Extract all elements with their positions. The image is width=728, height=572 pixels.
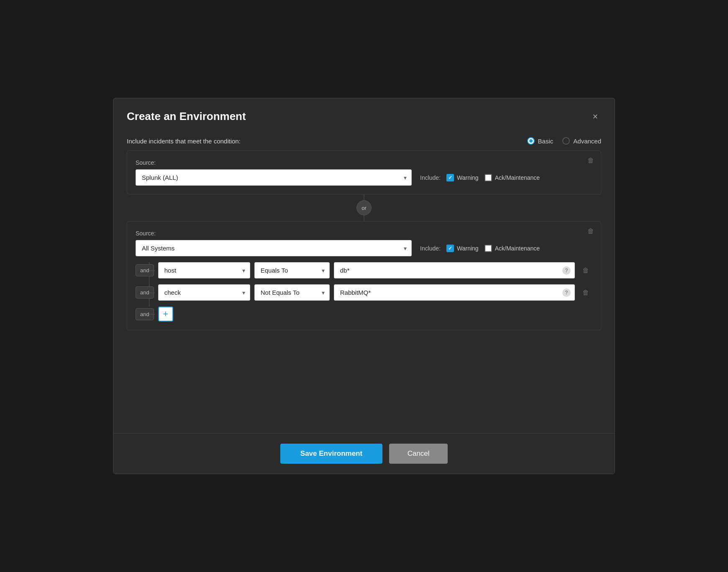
- trash-icon-1: 🗑: [587, 157, 594, 164]
- field-select-1[interactable]: host check service tag: [158, 262, 250, 278]
- radio-basic[interactable]: Basic: [527, 137, 554, 145]
- operator-select-2[interactable]: Equals To Not Equals To Contains Does No…: [254, 284, 330, 301]
- or-badge: or: [356, 200, 372, 215]
- operator-select-wrap-2: Equals To Not Equals To Contains Does No…: [254, 284, 330, 301]
- plus-icon: +: [163, 309, 168, 319]
- ack-checkbox-1[interactable]: Ack/Maintenance: [484, 174, 540, 181]
- ack-checkbox-2[interactable]: Ack/Maintenance: [484, 245, 540, 252]
- condition-label: Include incidents that meet the conditio…: [127, 138, 241, 145]
- mode-radio-group: Basic Advanced: [527, 137, 601, 145]
- condition-header-row: Include incidents that meet the conditio…: [127, 131, 601, 151]
- operator-select-wrapper-1: Equals To Not Equals To Contains Does No…: [254, 262, 330, 278]
- source-label-2: Source:: [136, 230, 592, 237]
- warning-label-1: Warning: [457, 174, 479, 181]
- ack-checkbox-box-2: [484, 245, 492, 252]
- radio-basic-circle: [527, 137, 535, 145]
- source-select-2[interactable]: All Systems Splunk (ALL) Custom: [136, 240, 412, 256]
- field-select-2[interactable]: host check service tag: [158, 284, 250, 301]
- filter-help-icon-1: ?: [562, 266, 571, 275]
- save-environment-button[interactable]: Save Environment: [280, 444, 382, 464]
- ack-label-2: Ack/Maintenance: [495, 245, 540, 252]
- filter-value-wrap-2: ?: [334, 284, 575, 301]
- filter-value-wrap-1: ?: [334, 262, 575, 278]
- radio-basic-label: Basic: [538, 138, 554, 145]
- warning-checkbox-2[interactable]: Warning: [446, 245, 479, 252]
- delete-block-2-button[interactable]: 🗑: [587, 227, 594, 235]
- delete-filter-2-button[interactable]: 🗑: [579, 287, 592, 298]
- field-select-wrap-2: host check service tag: [158, 284, 250, 301]
- source-select-wrapper-1: Splunk (ALL) All Systems Custom: [136, 169, 412, 186]
- modal-body: Include incidents that meet the conditio…: [113, 131, 615, 433]
- condition-block-2: 🗑 Source: All Systems Splunk (ALL) Custo…: [127, 221, 601, 330]
- operator-select-wrapper-2: Equals To Not Equals To Contains Does No…: [254, 284, 330, 301]
- warning-checkbox-1[interactable]: Warning: [446, 174, 479, 181]
- add-filter-button[interactable]: +: [158, 306, 173, 322]
- radio-advanced[interactable]: Advanced: [562, 137, 601, 145]
- trash-icon-2: 🗑: [587, 227, 594, 235]
- modal-title: Create an Environment: [127, 110, 246, 123]
- ack-checkbox-box-1: [484, 174, 492, 181]
- field-select-wrapper-1: host check service tag: [158, 262, 250, 278]
- filter-help-icon-2: ?: [562, 289, 571, 297]
- modal-header: Create an Environment ×: [113, 98, 615, 131]
- field-select-wrapper-2: host check service tag: [158, 284, 250, 301]
- condition-block-1: 🗑 Source: Splunk (ALL) All Systems Custo…: [127, 151, 601, 194]
- source-select-wrap-2: All Systems Splunk (ALL) Custom: [136, 240, 412, 256]
- include-section-2: Include: Warning Ack/Maintenance: [420, 245, 540, 252]
- include-label-2: Include:: [420, 245, 441, 252]
- include-section-1: Include: Warning Ack/Maintenance: [420, 174, 540, 181]
- source-row-1: Splunk (ALL) All Systems Custom Include:…: [136, 169, 592, 186]
- source-label-1: Source:: [136, 159, 592, 166]
- filter-value-input-1[interactable]: [334, 262, 575, 278]
- source-select-wrapper-2: All Systems Splunk (ALL) Custom: [136, 240, 412, 256]
- source-select-1[interactable]: Splunk (ALL) All Systems Custom: [136, 169, 412, 186]
- source-select-wrap-1: Splunk (ALL) All Systems Custom: [136, 169, 412, 186]
- operator-select-1[interactable]: Equals To Not Equals To Contains Does No…: [254, 262, 330, 278]
- filter-row-2: and host check service tag: [136, 284, 592, 301]
- modal-footer: Save Environment Cancel: [113, 433, 615, 474]
- modal-dialog: Create an Environment × Include incident…: [113, 98, 615, 474]
- field-select-wrap-1: host check service tag: [158, 262, 250, 278]
- operator-select-wrap-1: Equals To Not Equals To Contains Does No…: [254, 262, 330, 278]
- warning-label-2: Warning: [457, 245, 479, 252]
- cancel-button[interactable]: Cancel: [389, 444, 448, 464]
- include-label-1: Include:: [420, 174, 441, 181]
- radio-advanced-label: Advanced: [573, 138, 601, 145]
- delete-block-1-button[interactable]: 🗑: [587, 157, 594, 164]
- source-row-2: All Systems Splunk (ALL) Custom Include:…: [136, 240, 592, 256]
- warning-checkbox-box-2: [446, 245, 454, 252]
- close-button[interactable]: ×: [589, 110, 601, 123]
- warning-checkbox-box-1: [446, 174, 454, 181]
- add-filter-row: and +: [136, 306, 592, 322]
- radio-advanced-circle: [562, 137, 570, 145]
- filter-value-input-2[interactable]: [334, 284, 575, 301]
- delete-filter-1-button[interactable]: 🗑: [579, 265, 592, 276]
- ack-label-1: Ack/Maintenance: [495, 174, 540, 181]
- or-divider: or: [127, 194, 601, 221]
- filter-row-1: and host check service tag: [136, 262, 592, 278]
